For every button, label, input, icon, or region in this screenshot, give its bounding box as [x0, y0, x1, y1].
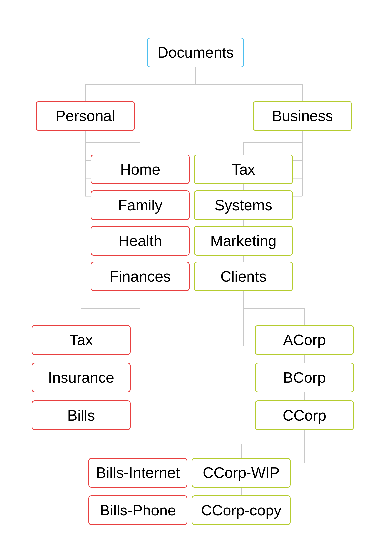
node-bills_phone: Bills-Phone — [88, 495, 187, 525]
node-home: Home — [91, 155, 190, 184]
node-clients: Clients — [194, 262, 293, 291]
node-ccorp: CCorp — [255, 400, 354, 430]
node-personal: Personal — [36, 101, 135, 131]
node-tax_f: Tax — [32, 325, 131, 355]
node-tax_p: Tax — [194, 155, 293, 184]
node-systems: Systems — [194, 190, 293, 220]
tree-diagram: DocumentsPersonalBusinessHomeTaxFamilySy… — [0, 0, 392, 555]
node-ccorp_wip: CCorp-WIP — [192, 458, 291, 488]
node-family: Family — [91, 190, 190, 220]
node-acorp: ACorp — [255, 325, 354, 355]
node-health: Health — [91, 226, 190, 256]
node-insurance: Insurance — [32, 363, 131, 392]
node-documents: Documents — [147, 38, 244, 67]
node-bills_internet: Bills-Internet — [88, 458, 187, 488]
node-ccorp_copy: CCorp-copy — [192, 495, 291, 525]
node-marketing: Marketing — [194, 226, 293, 256]
node-finances: Finances — [91, 262, 190, 291]
node-business: Business — [253, 101, 352, 131]
node-bcorp: BCorp — [255, 363, 354, 392]
node-bills: Bills — [32, 400, 131, 430]
